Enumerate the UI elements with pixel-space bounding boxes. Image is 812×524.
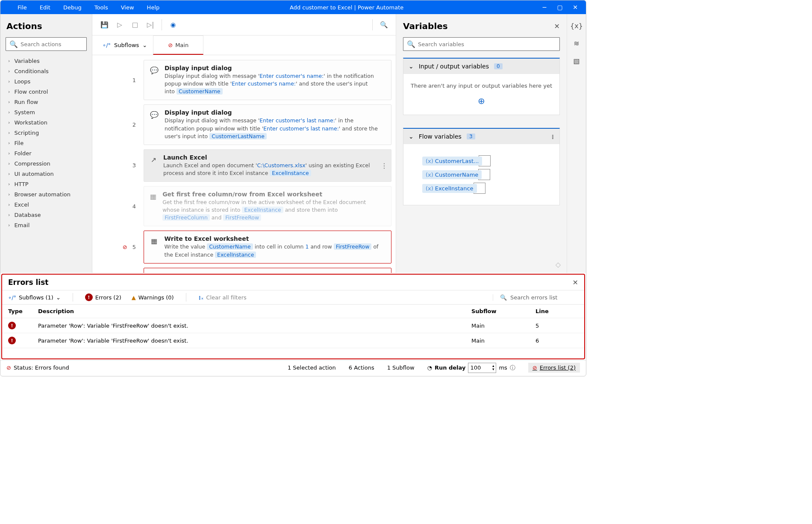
- subflows-filter[interactable]: ∘/° Subflows (1) ⌄: [8, 294, 61, 301]
- action-category-excel[interactable]: ›Excel: [6, 201, 87, 208]
- flow-step[interactable]: ▦Write to Excel worksheetWrite the value…: [144, 268, 391, 273]
- flow-step[interactable]: ▦Get first free column/row from Excel wo…: [144, 186, 391, 226]
- search-errors[interactable]: 🔍 Search errors list: [493, 294, 578, 301]
- action-category-database[interactable]: ›Database: [6, 212, 87, 218]
- chevron-right-icon: ›: [8, 192, 10, 197]
- filter-icon[interactable]: ⫿: [551, 133, 554, 140]
- flow-step[interactable]: 💬Display input dialogDisplay input dialo…: [144, 104, 391, 145]
- flow-variable[interactable]: (x) ExcelInstance: [408, 183, 555, 194]
- close-variables-icon[interactable]: ✕: [554, 22, 560, 30]
- error-row[interactable]: !Parameter 'Row': Variable 'FirstFreeRow…: [2, 318, 584, 333]
- action-category-flow-control[interactable]: ›Flow control: [6, 89, 87, 95]
- variables-rail-icon[interactable]: {x}: [570, 22, 583, 30]
- subflows-button[interactable]: ∘/° Subflows ⌄: [97, 36, 153, 55]
- action-category-file[interactable]: ›File: [6, 140, 87, 146]
- action-category-compression[interactable]: ›Compression: [6, 160, 87, 167]
- search-icon: 🔍: [9, 40, 18, 48]
- action-category-folder[interactable]: ›Folder: [6, 150, 87, 157]
- step-description: Launch Excel and open document 'C:\Custo…: [163, 162, 379, 177]
- step-number: 1: [132, 77, 136, 83]
- flow-variable[interactable]: (x) CustomerLast...: [408, 155, 555, 166]
- actions-title: Actions: [6, 21, 87, 31]
- flow-step[interactable]: 💬Display input dialogDisplay input dialo…: [144, 60, 391, 100]
- subflow-icon: ∘/°: [8, 294, 16, 301]
- action-category-ui-automation[interactable]: ›UI automation: [6, 171, 87, 177]
- clear-filters-button[interactable]: ⫿ₓ Clear all filters: [198, 294, 247, 301]
- search-variables[interactable]: 🔍: [403, 37, 560, 51]
- images-rail-icon[interactable]: ▧: [573, 57, 580, 65]
- errors-filter[interactable]: ! Errors (2): [85, 293, 121, 301]
- error-line: 5: [535, 323, 578, 329]
- action-category-run-flow[interactable]: ›Run flow: [6, 99, 87, 105]
- run-delay-input[interactable]: 100 ▴▾: [468, 363, 496, 373]
- status-selected: 1 Selected action: [288, 364, 336, 371]
- action-category-workstation[interactable]: ›Workstation: [6, 119, 87, 126]
- action-category-http[interactable]: ›HTTP: [6, 181, 87, 187]
- action-category-email[interactable]: ›Email: [6, 222, 87, 228]
- action-category-loops[interactable]: ›Loops: [6, 78, 87, 85]
- error-row[interactable]: !Parameter 'Row': Variable 'FirstFreeRow…: [2, 333, 584, 348]
- chevron-right-icon: ›: [8, 120, 10, 125]
- minimize-icon[interactable]: ─: [540, 3, 549, 12]
- step-number: 3: [132, 162, 136, 169]
- close-errors-icon[interactable]: ✕: [573, 278, 578, 287]
- error-icon: !: [85, 293, 93, 301]
- menu-file[interactable]: File: [18, 4, 27, 11]
- chevron-right-icon: ›: [8, 68, 10, 74]
- kebab-icon[interactable]: ⋮: [381, 161, 388, 169]
- layers-rail-icon[interactable]: ≋: [574, 39, 579, 47]
- search-actions[interactable]: 🔍: [6, 37, 87, 51]
- action-category-conditionals[interactable]: ›Conditionals: [6, 68, 87, 74]
- chevron-down-icon: ⌄: [409, 63, 414, 70]
- step-type-icon: 💬: [150, 65, 159, 95]
- right-rail: {x} ≋ ▧: [567, 14, 586, 273]
- action-category-browser-automation[interactable]: ›Browser automation: [6, 191, 87, 198]
- menu-edit[interactable]: Edit: [40, 4, 50, 11]
- action-category-system[interactable]: ›System: [6, 109, 87, 115]
- chevron-right-icon: ›: [8, 79, 10, 84]
- action-category-variables[interactable]: ›Variables: [6, 58, 87, 64]
- eraser-icon[interactable]: ◇: [556, 261, 561, 269]
- flow-step[interactable]: ▦Write to Excel worksheetWrite the value…: [144, 231, 391, 263]
- step-title: Display input dialog: [165, 109, 379, 116]
- next-step-icon[interactable]: ▷|: [144, 19, 156, 31]
- action-category-scripting[interactable]: ›Scripting: [6, 130, 87, 136]
- status-actions: 6 Actions: [349, 364, 374, 371]
- chevron-right-icon: ›: [8, 202, 10, 207]
- flow-variables-section: ⌄ Flow variables 3 ⫿ (x) CustomerLast...…: [403, 128, 560, 205]
- io-variables-header[interactable]: ⌄ Input / output variables 0: [403, 59, 559, 74]
- menu-debug[interactable]: Debug: [63, 4, 82, 11]
- error-subflow: Main: [471, 323, 535, 329]
- flow-variable[interactable]: (x) CustomerName: [408, 169, 555, 180]
- chevron-right-icon: ›: [8, 181, 10, 187]
- flow-step[interactable]: ↗Launch ExcelLaunch Excel and open docum…: [144, 149, 391, 182]
- status-errors-link[interactable]: ⊘ Errors list (2): [528, 363, 580, 373]
- info-icon[interactable]: ⓘ: [510, 364, 515, 372]
- search-variables-input[interactable]: [418, 41, 556, 47]
- chevron-right-icon: ›: [8, 222, 10, 228]
- close-icon[interactable]: ✕: [571, 3, 580, 12]
- tab-main[interactable]: ⊘ Main: [153, 36, 203, 55]
- step-number: 4: [132, 203, 136, 210]
- error-icon: ⊘: [168, 42, 173, 48]
- search-icon: 🔍: [407, 40, 415, 48]
- search-actions-input[interactable]: [21, 41, 93, 47]
- flow-variables-header[interactable]: ⌄ Flow variables 3 ⫿: [403, 129, 559, 144]
- menu-tools[interactable]: Tools: [94, 4, 108, 11]
- warnings-filter[interactable]: ▲ Warnings (0): [132, 294, 174, 301]
- run-icon[interactable]: ▷: [114, 19, 126, 31]
- error-subflow: Main: [471, 337, 535, 344]
- record-icon[interactable]: ◉: [167, 19, 179, 31]
- stop-icon[interactable]: □: [129, 19, 141, 31]
- maximize-icon[interactable]: ▢: [555, 3, 565, 12]
- chevron-down-icon: ⌄: [409, 133, 414, 140]
- spinner-icon[interactable]: ▴▾: [492, 364, 494, 370]
- step-title: Get first free column/row from Excel wor…: [162, 191, 379, 198]
- menu-help[interactable]: Help: [147, 4, 160, 11]
- canvas-search-icon[interactable]: 🔍: [378, 19, 390, 31]
- statusbar: ⊘ Status: Errors found 1 Selected action…: [0, 360, 586, 375]
- add-io-variable-icon[interactable]: ⊕: [408, 96, 555, 106]
- save-icon[interactable]: 💾: [98, 19, 110, 31]
- menu-view[interactable]: View: [121, 4, 134, 11]
- flow-canvas: 💾 ▷ □ ▷| ◉ 🔍 ∘/° Subflows ⌄ ⊘ Main 1💬Dis…: [92, 14, 396, 273]
